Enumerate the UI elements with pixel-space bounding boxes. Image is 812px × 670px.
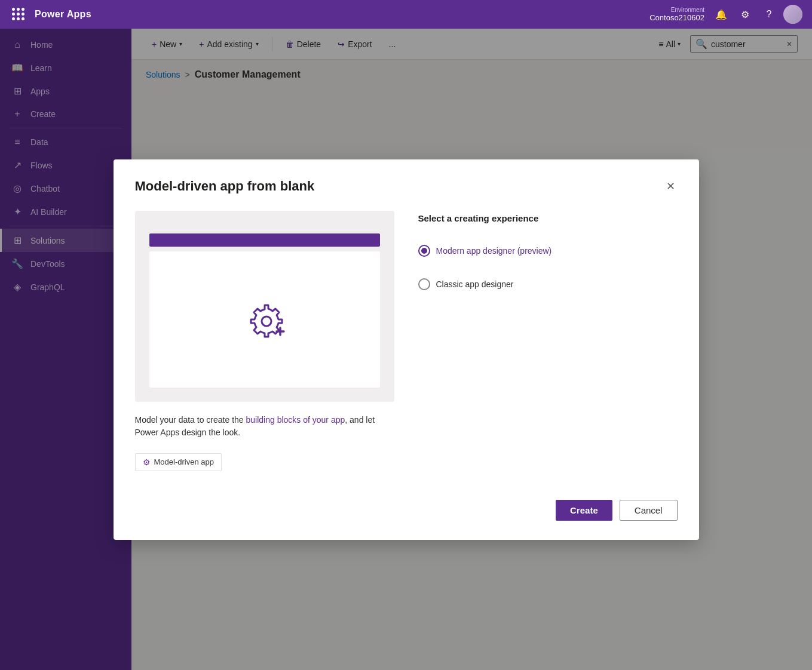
notifications-icon[interactable]: 🔔 <box>712 5 731 24</box>
environment-name: Contoso210602 <box>649 13 704 22</box>
description-highlight: building blocks of your app <box>246 415 345 425</box>
modal-title: Model-driven app from blank <box>135 179 315 194</box>
modal-close-button[interactable]: ✕ <box>664 179 678 194</box>
preview-title-bar <box>149 233 380 247</box>
modal-dialog: Model-driven app from blank ✕ <box>114 159 699 540</box>
modal-description: Model your data to create the building b… <box>135 414 394 439</box>
radio-modern[interactable]: Modern app designer (preview) <box>418 245 678 257</box>
app-logo: Power Apps <box>35 9 91 20</box>
svg-point-0 <box>262 316 271 326</box>
modal-body: Model your data to create the building b… <box>135 211 678 471</box>
model-driven-tag[interactable]: ⚙ Model-driven app <box>135 453 222 471</box>
select-experience-label: Select a creating experience <box>418 213 678 223</box>
radio-classic-circle <box>418 278 430 290</box>
environment-info: Environment Contoso210602 <box>649 7 704 22</box>
environment-label: Environment <box>671 7 704 13</box>
radio-modern-circle <box>418 245 430 257</box>
app-preview <box>135 211 394 402</box>
radio-classic-label: Classic app designer <box>436 279 514 289</box>
description-text-1: Model your data to create the <box>135 415 246 425</box>
help-icon[interactable]: ? <box>759 5 779 24</box>
modal-overlay: Model-driven app from blank ✕ <box>0 29 812 670</box>
model-driven-preview-icon <box>243 298 286 341</box>
radio-modern-label: Modern app designer (preview) <box>436 246 552 256</box>
avatar[interactable] <box>783 5 802 24</box>
settings-icon[interactable]: ⚙ <box>736 5 755 24</box>
modal-left: Model your data to create the building b… <box>135 211 394 471</box>
top-nav: Power Apps Environment Contoso210602 🔔 ⚙… <box>0 0 812 29</box>
modal-footer: Create Cancel <box>135 490 678 521</box>
tag-label: Model-driven app <box>154 457 214 466</box>
modal-header: Model-driven app from blank ✕ <box>135 179 678 194</box>
preview-canvas <box>149 251 380 388</box>
modal-right: Select a creating experience Modern app … <box>418 211 678 471</box>
top-nav-right: Environment Contoso210602 🔔 ⚙ ? <box>649 5 802 24</box>
cancel-button[interactable]: Cancel <box>620 500 678 521</box>
model-driven-tag-button[interactable]: ⚙ Model-driven app <box>135 451 394 471</box>
radio-classic[interactable]: Classic app designer <box>418 278 678 290</box>
tag-puzzle-icon: ⚙ <box>143 457 151 467</box>
waffle-menu[interactable] <box>10 5 27 23</box>
create-button[interactable]: Create <box>556 500 612 521</box>
